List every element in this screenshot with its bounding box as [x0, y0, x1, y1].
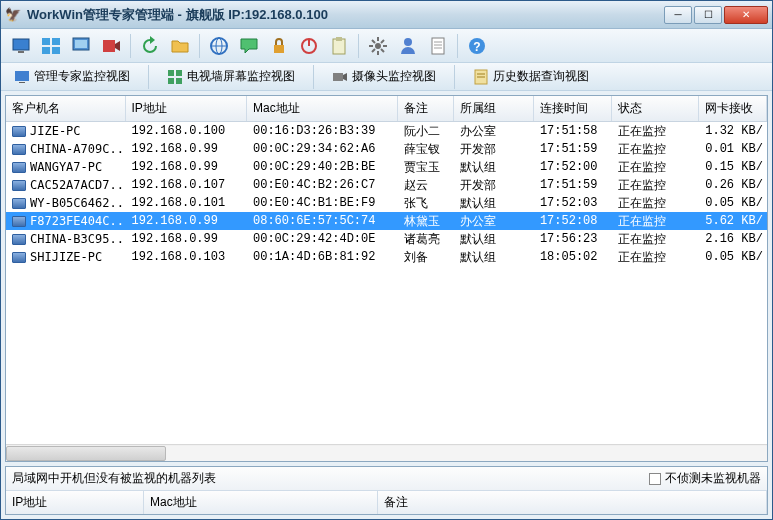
monitor-icon	[12, 180, 26, 191]
svg-rect-30	[168, 78, 174, 84]
table-row[interactable]: CHINA-A709C...192.168.0.9900:0C:29:34:62…	[6, 140, 767, 158]
monitor-icon	[12, 252, 26, 263]
col-ip[interactable]: IP地址	[126, 96, 248, 121]
svg-rect-28	[168, 70, 174, 76]
svg-rect-32	[333, 73, 343, 81]
toolbar-refresh-icon[interactable]	[136, 33, 164, 59]
toolbar-record-icon[interactable]	[97, 33, 125, 59]
toolbar-network-icon[interactable]	[205, 33, 233, 59]
svg-rect-3	[52, 38, 60, 45]
toolbar-monitor-icon[interactable]	[7, 33, 35, 59]
tab-label: 电视墙屏幕监控视图	[187, 68, 295, 85]
table-row[interactable]: F8723FE404C...192.168.0.9908:60:6E:57:5C…	[6, 212, 767, 230]
minimize-button[interactable]: ─	[664, 6, 692, 24]
svg-rect-16	[333, 39, 345, 54]
content-area: 客户机名 IP地址 Mac地址 备注 所属组 连接时间 状态 网卡接收 JIZE…	[1, 91, 772, 519]
svg-rect-7	[75, 40, 87, 48]
window-title: WorkWin管理专家管理端 - 旗舰版 IP:192.168.0.100	[27, 6, 664, 24]
scrollbar-thumb[interactable]	[6, 446, 166, 461]
svg-rect-17	[336, 37, 342, 41]
table-row[interactable]: CAC52A7ACD7...192.168.0.10700:E0:4C:B2:2…	[6, 176, 767, 194]
table-row[interactable]: SHIJIZE-PC192.168.0.10300:1A:4D:6B:81:92…	[6, 248, 767, 266]
svg-rect-26	[15, 71, 29, 81]
table-header: 客户机名 IP地址 Mac地址 备注 所属组 连接时间 状态 网卡接收	[6, 96, 767, 122]
svg-rect-31	[176, 78, 182, 84]
col-clientname[interactable]: 客户机名	[6, 96, 126, 121]
svg-marker-9	[115, 41, 120, 51]
checkbox-label: 不侦测未监视机器	[665, 470, 761, 487]
table-body: JIZE-PC192.168.0.10000:16:D3:26:B3:39阮小二…	[6, 122, 767, 444]
table-row[interactable]: CHINA-B3C95...192.168.0.9900:0C:29:42:4D…	[6, 230, 767, 248]
svg-text:?: ?	[473, 40, 480, 54]
tab-monitor-view[interactable]: 管理专家监控视图	[7, 65, 137, 88]
tab-camera-view[interactable]: 摄像头监控视图	[325, 65, 443, 88]
monitor-icon	[12, 144, 26, 155]
svg-rect-27	[19, 82, 25, 83]
table-row[interactable]: WY-B05C6462...192.168.0.10100:E0:4C:B1:B…	[6, 194, 767, 212]
svg-marker-33	[343, 73, 347, 81]
tab-label: 摄像头监控视图	[352, 68, 436, 85]
no-detect-checkbox[interactable]: 不侦测未监视机器	[649, 470, 761, 487]
svg-point-18	[375, 43, 381, 49]
svg-point-19	[404, 38, 412, 46]
titlebar[interactable]: 🦅 WorkWin管理专家管理端 - 旗舰版 IP:192.168.0.100 …	[1, 1, 772, 29]
unmonitored-panel: 局域网中开机但没有被监视的机器列表 不侦测未监视机器 IP地址 Mac地址 备注	[5, 466, 768, 515]
svg-rect-29	[176, 70, 182, 76]
toolbar-document-icon[interactable]	[424, 33, 452, 59]
toolbar-folder-icon[interactable]	[166, 33, 194, 59]
monitor-icon	[12, 126, 26, 137]
client-table: 客户机名 IP地址 Mac地址 备注 所属组 连接时间 状态 网卡接收 JIZE…	[5, 95, 768, 462]
ucol-ip[interactable]: IP地址	[6, 491, 144, 514]
monitor-icon	[12, 216, 26, 227]
svg-rect-2	[42, 38, 50, 45]
main-window: 🦅 WorkWin管理专家管理端 - 旗舰版 IP:192.168.0.100 …	[0, 0, 773, 520]
tab-history-view[interactable]: 历史数据查询视图	[466, 65, 596, 88]
tab-tvwall-view[interactable]: 电视墙屏幕监控视图	[160, 65, 302, 88]
col-remark[interactable]: 备注	[398, 96, 454, 121]
tab-label: 历史数据查询视图	[493, 68, 589, 85]
checkbox-icon	[649, 473, 661, 485]
maximize-button[interactable]: ☐	[694, 6, 722, 24]
view-tabs: 管理专家监控视图 电视墙屏幕监控视图 摄像头监控视图 历史数据查询视图	[1, 63, 772, 91]
svg-rect-8	[103, 40, 115, 52]
ucol-remark[interactable]: 备注	[378, 491, 767, 514]
toolbar-screen-icon[interactable]	[67, 33, 95, 59]
toolbar-user-icon[interactable]	[394, 33, 422, 59]
unmonitored-header: IP地址 Mac地址 备注	[6, 491, 767, 514]
close-button[interactable]: ✕	[724, 6, 768, 24]
main-toolbar: ?	[1, 29, 772, 63]
tab-label: 管理专家监控视图	[34, 68, 130, 85]
col-status[interactable]: 状态	[612, 96, 700, 121]
monitor-icon	[12, 162, 26, 173]
table-row[interactable]: JIZE-PC192.168.0.10000:16:D3:26:B3:39阮小二…	[6, 122, 767, 140]
app-icon: 🦅	[5, 7, 21, 23]
monitor-icon	[12, 234, 26, 245]
col-netrx[interactable]: 网卡接收	[699, 96, 767, 121]
table-row[interactable]: WANGYA7-PC192.168.0.9900:0C:29:40:2B:BE贾…	[6, 158, 767, 176]
h-scrollbar[interactable]	[6, 444, 767, 461]
col-group[interactable]: 所属组	[454, 96, 534, 121]
ucol-mac[interactable]: Mac地址	[144, 491, 378, 514]
toolbar-power-icon[interactable]	[295, 33, 323, 59]
svg-rect-1	[18, 51, 24, 53]
toolbar-chat-icon[interactable]	[235, 33, 263, 59]
toolbar-wall-icon[interactable]	[37, 33, 65, 59]
svg-rect-0	[13, 39, 29, 50]
svg-rect-13	[274, 45, 284, 53]
col-conntime[interactable]: 连接时间	[534, 96, 612, 121]
monitor-icon	[12, 198, 26, 209]
unmonitored-label: 局域网中开机但没有被监视的机器列表	[12, 470, 649, 487]
toolbar-settings-icon[interactable]	[364, 33, 392, 59]
col-mac[interactable]: Mac地址	[247, 96, 398, 121]
toolbar-help-icon[interactable]: ?	[463, 33, 491, 59]
toolbar-lock-icon[interactable]	[265, 33, 293, 59]
toolbar-clipboard-icon[interactable]	[325, 33, 353, 59]
svg-rect-5	[52, 47, 60, 54]
svg-rect-4	[42, 47, 50, 54]
svg-rect-20	[432, 38, 444, 54]
